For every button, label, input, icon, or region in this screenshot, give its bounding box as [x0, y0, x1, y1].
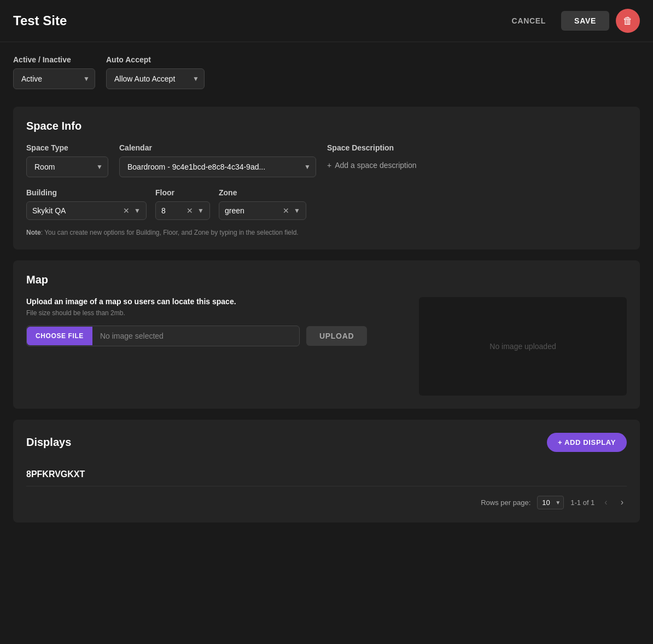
status-select[interactable]: Active Inactive [13, 68, 95, 89]
display-id-row: 8PFKRVGKXT [26, 463, 627, 486]
zone-clear-icon[interactable]: ✕ [283, 206, 289, 215]
auto-accept-field-group: Auto Accept Allow Auto Accept Deny Auto … [106, 55, 205, 89]
map-preview: No image uploaded [419, 297, 627, 396]
calendar-select[interactable]: Boardroom - 9c4e1bcd-e8c8-4c34-9ad... [119, 156, 316, 177]
file-input-row: CHOOSE FILE No image selected UPLOAD [26, 326, 406, 346]
floor-group: Floor 8 ✕ ▼ [155, 188, 210, 220]
floor-label: Floor [155, 188, 210, 197]
bfz-note-text: You can create new options for Building,… [44, 229, 299, 236]
bfz-note: Note: You can create new options for Bui… [26, 229, 627, 236]
add-description-text: Add a space description [335, 161, 416, 170]
auto-accept-label: Auto Accept [106, 55, 205, 64]
space-description-group: Space Description + Add a space descript… [327, 143, 417, 170]
delete-button[interactable]: 🗑 [616, 9, 640, 33]
building-select[interactable]: Skykit QA ✕ ▼ [26, 201, 147, 220]
building-value: Skykit QA [32, 206, 119, 215]
file-input-box: CHOOSE FILE No image selected [26, 326, 300, 346]
displays-title: Displays [26, 436, 71, 449]
floor-select[interactable]: 8 ✕ ▼ [155, 201, 210, 220]
add-display-button[interactable]: + ADD DISPLAY [547, 433, 627, 452]
choose-file-button[interactable]: CHOOSE FILE [27, 327, 92, 345]
space-type-select-wrapper: Room Desk Area ▼ [26, 156, 108, 177]
space-description-label: Space Description [327, 143, 417, 152]
zone-select[interactable]: green ✕ ▼ [219, 201, 306, 220]
zone-group: Zone green ✕ ▼ [219, 188, 306, 220]
building-chevron-icon[interactable]: ▼ [134, 207, 141, 214]
pagination-count: 1-1 of 1 [570, 498, 594, 507]
zone-label: Zone [219, 188, 306, 197]
zone-value: green [225, 206, 278, 215]
main-content: Active / Inactive Active Inactive ▼ Auto… [0, 42, 653, 547]
rows-per-page-label: Rows per page: [481, 498, 530, 507]
status-field-group: Active / Inactive Active Inactive ▼ [13, 55, 95, 89]
auto-accept-select[interactable]: Allow Auto Accept Deny Auto Accept [106, 68, 205, 89]
rows-per-page-wrapper: 10 25 50 ▼ [537, 496, 564, 509]
floor-clear-icon[interactable]: ✕ [186, 206, 193, 215]
calendar-group: Calendar Boardroom - 9c4e1bcd-e8c8-4c34-… [119, 143, 316, 177]
floor-chevron-icon[interactable]: ▼ [197, 207, 204, 214]
floor-value: 8 [161, 206, 182, 215]
map-title: Map [26, 274, 627, 286]
calendar-label: Calendar [119, 143, 316, 152]
rows-per-page-select[interactable]: 10 25 50 [537, 496, 564, 509]
space-info-title: Space Info [26, 120, 627, 132]
trash-icon: 🗑 [623, 15, 633, 27]
cancel-button[interactable]: CANCEL [503, 11, 555, 31]
save-button[interactable]: SAVE [561, 11, 609, 31]
map-subtext: File size should be less than 2mb. [26, 309, 406, 317]
upload-button[interactable]: UPLOAD [306, 326, 367, 346]
status-select-wrapper: Active Inactive ▼ [13, 68, 95, 89]
display-id-text: 8PFKRVGKXT [26, 469, 85, 479]
auto-accept-select-wrapper: Allow Auto Accept Deny Auto Accept ▼ [106, 68, 205, 89]
map-content: Upload an image of a map so users can lo… [26, 297, 627, 396]
no-image-text: No image uploaded [489, 342, 556, 351]
space-type-select[interactable]: Room Desk Area [26, 156, 108, 177]
displays-card: Displays + ADD DISPLAY 8PFKRVGKXT Rows p… [13, 420, 640, 523]
status-row: Active / Inactive Active Inactive ▼ Auto… [13, 55, 640, 89]
pagination-row: Rows per page: 10 25 50 ▼ 1-1 of 1 ‹ › [26, 486, 627, 509]
building-clear-icon[interactable]: ✕ [123, 206, 130, 215]
pagination-next-button[interactable]: › [617, 495, 627, 509]
file-name-text: No image selected [92, 326, 171, 346]
status-label: Active / Inactive [13, 55, 95, 64]
add-description-link[interactable]: + Add a space description [327, 161, 417, 170]
pagination-prev-button[interactable]: ‹ [601, 495, 610, 509]
map-description: Upload an image of a map so users can lo… [26, 297, 406, 306]
space-info-card: Space Info Space Type Room Desk Area ▼ C… [13, 107, 640, 250]
zone-chevron-icon[interactable]: ▼ [294, 207, 300, 214]
space-fields-row: Space Type Room Desk Area ▼ Calendar Boa… [26, 143, 627, 177]
map-card: Map Upload an image of a map so users ca… [13, 260, 640, 409]
map-left: Upload an image of a map so users can lo… [26, 297, 406, 346]
header-actions: CANCEL SAVE 🗑 [503, 9, 640, 33]
plus-icon: + [327, 161, 331, 170]
page-title: Test Site [13, 13, 503, 28]
building-label: Building [26, 188, 147, 197]
displays-header: Displays + ADD DISPLAY [26, 433, 627, 452]
header: Test Site CANCEL SAVE 🗑 [0, 0, 653, 42]
space-type-label: Space Type [26, 143, 108, 152]
calendar-select-wrapper: Boardroom - 9c4e1bcd-e8c8-4c34-9ad... ▼ [119, 156, 316, 177]
building-group: Building Skykit QA ✕ ▼ [26, 188, 147, 220]
bfz-row: Building Skykit QA ✕ ▼ Floor 8 ✕ ▼ Zone [26, 188, 627, 220]
space-type-group: Space Type Room Desk Area ▼ [26, 143, 108, 177]
